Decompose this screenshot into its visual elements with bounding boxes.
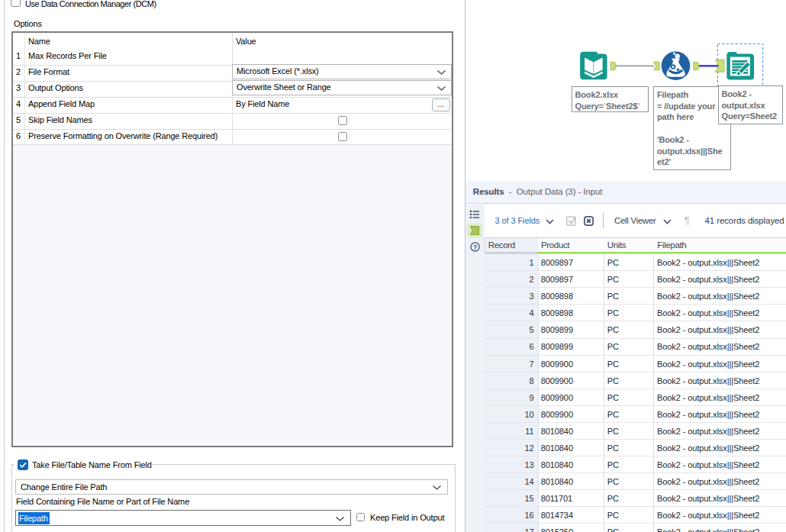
svg-text:?: ?: [473, 243, 477, 251]
